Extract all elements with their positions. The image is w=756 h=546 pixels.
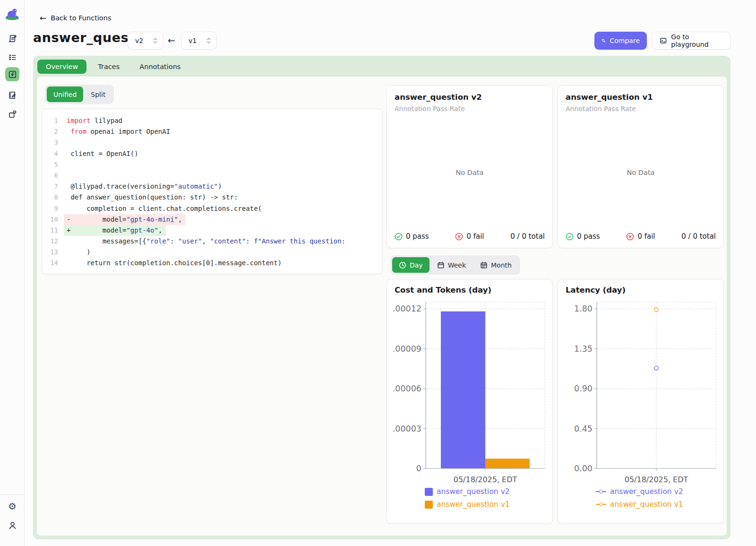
card-title: answer_question v2 xyxy=(395,93,545,102)
cost-tokens-card: Cost and Tokens (day) 00.000030.000060.0… xyxy=(387,279,553,524)
annotation-icon xyxy=(8,90,17,100)
git-compare-icon xyxy=(601,37,605,44)
range-day-button[interactable]: Day xyxy=(392,257,430,273)
terminal-icon xyxy=(660,37,667,44)
sidebar-item-settings[interactable]: ⚙ xyxy=(5,499,19,513)
check-circle-icon xyxy=(566,233,574,241)
sidebar-item-account[interactable] xyxy=(5,518,19,532)
unified-view-button[interactable]: Unified xyxy=(47,87,83,102)
split-view-button[interactable]: Split xyxy=(84,87,112,102)
calendar-grid-icon xyxy=(480,261,488,269)
svg-text:0.00003: 0.00003 xyxy=(393,424,421,433)
card-subtitle: Annotation Pass Rate xyxy=(566,105,716,113)
tab-overview[interactable]: Overview xyxy=(37,60,86,74)
back-arrow-icon: ← xyxy=(40,13,46,23)
cost-tokens-chart: 00.000030.000060.000090.0001205/18/2025,… xyxy=(393,297,549,486)
compare-button[interactable]: Compare xyxy=(594,32,647,50)
card-subtitle: Annotation Pass Rate xyxy=(395,105,545,113)
no-data-label: No Data xyxy=(566,113,716,232)
version-select-primary[interactable]: v2 xyxy=(128,32,163,50)
legend-item-v2[interactable]: answer_question v2 xyxy=(425,487,547,496)
svg-text:0.00006: 0.00006 xyxy=(393,384,421,393)
range-month-button[interactable]: Month xyxy=(473,257,518,273)
latency-chart: 0.000.450.901.351.8005/18/2025, EDT xyxy=(564,297,720,486)
version-select-compare[interactable]: v1 xyxy=(181,32,217,50)
sidebar-item-blocks[interactable] xyxy=(5,107,19,121)
fail-stat: 0 fail xyxy=(626,232,655,241)
chart-legend: answer_question v2 answer_question v1 xyxy=(596,487,718,509)
svg-text:0.90: 0.90 xyxy=(574,384,593,393)
latency-card: Latency (day) 0.000.450.901.351.8005/18/… xyxy=(558,279,724,524)
legend-swatch xyxy=(425,501,433,509)
svg-text:0.45: 0.45 xyxy=(574,424,593,433)
pass-rate-card-v1: answer_question v1 Annotation Pass Rate … xyxy=(558,85,724,248)
legend-swatch xyxy=(596,491,606,492)
code-lines: 1import lilypad2 from openai import Open… xyxy=(42,115,382,269)
time-range-toggle: Day Week Month xyxy=(390,255,520,275)
tab-traces[interactable]: Traces xyxy=(89,60,128,74)
legend-item-v2[interactable]: answer_question v2 xyxy=(596,487,718,496)
user-icon xyxy=(8,520,17,530)
scroll-icon xyxy=(8,34,17,43)
svg-text:1.80: 1.80 xyxy=(574,304,593,313)
calendar-icon xyxy=(437,261,445,269)
sidebar: ⚙ xyxy=(0,0,25,546)
code-diff-card: 1import lilypad2 from openai import Open… xyxy=(42,109,383,274)
total-stat: 0 / 0 total xyxy=(681,232,716,241)
back-to-functions-link[interactable]: ← Back to Functions xyxy=(40,13,111,23)
legend-item-v1[interactable]: answer_question v1 xyxy=(596,500,718,509)
chart-title: Cost and Tokens (day) xyxy=(395,286,547,295)
svg-text:05/18/2025, EDT: 05/18/2025, EDT xyxy=(454,475,517,484)
svg-text:0.00012: 0.00012 xyxy=(393,304,421,313)
svg-text:1.35: 1.35 xyxy=(574,344,593,354)
tab-annotations[interactable]: Annotations xyxy=(131,60,189,74)
fail-stat: 0 fail xyxy=(455,232,484,241)
compare-direction-arrow: ← xyxy=(168,35,175,45)
blocks-icon xyxy=(8,109,17,119)
sidebar-item-scroll[interactable] xyxy=(5,31,19,45)
card-title: answer_question v1 xyxy=(566,93,716,102)
svg-text:0.00: 0.00 xyxy=(574,464,593,473)
chart-title: Latency (day) xyxy=(566,286,718,295)
check-circle-icon xyxy=(395,233,403,241)
sidebar-item-annotations[interactable] xyxy=(5,88,19,102)
range-week-button[interactable]: Week xyxy=(430,257,472,273)
sidebar-item-functions[interactable] xyxy=(5,67,19,81)
pass-fail-stats: 0 pass 0 fail 0 / 0 total xyxy=(395,232,545,241)
tab-bar: Overview Traces Annotations xyxy=(37,60,189,74)
x-circle-icon xyxy=(455,233,463,241)
pass-stat: 0 pass xyxy=(566,232,600,241)
sidebar-item-list[interactable] xyxy=(5,50,19,64)
x-circle-icon xyxy=(626,233,634,241)
pass-fail-stats: 0 pass 0 fail 0 / 0 total xyxy=(566,232,716,241)
pass-rate-card-v2: answer_question v2 Annotation Pass Rate … xyxy=(387,85,553,248)
no-data-label: No Data xyxy=(395,113,545,232)
gear-icon: ⚙ xyxy=(8,502,17,511)
chevron-up-down-icon xyxy=(206,37,211,44)
function-icon xyxy=(8,69,17,79)
legend-swatch xyxy=(596,504,606,505)
svg-text:0: 0 xyxy=(416,464,421,473)
frog-lilypad-logo[interactable] xyxy=(3,6,21,21)
svg-text:0.00009: 0.00009 xyxy=(393,344,421,354)
total-stat: 0 / 0 total xyxy=(510,232,545,241)
pass-stat: 0 pass xyxy=(395,232,429,241)
clock-icon xyxy=(399,261,406,269)
chevron-up-down-icon xyxy=(153,37,158,44)
go-to-playground-button[interactable]: Go to playground xyxy=(652,32,730,50)
svg-text:05/18/2025, EDT: 05/18/2025, EDT xyxy=(625,475,688,484)
legend-item-v1[interactable]: answer_question v1 xyxy=(425,500,547,509)
sidebar-divider xyxy=(0,494,25,495)
diff-view-toggle: Unified Split xyxy=(45,85,114,104)
list-icon xyxy=(8,52,17,62)
chart-legend: answer_question v2 answer_question v1 xyxy=(425,487,547,509)
legend-swatch xyxy=(425,488,433,496)
